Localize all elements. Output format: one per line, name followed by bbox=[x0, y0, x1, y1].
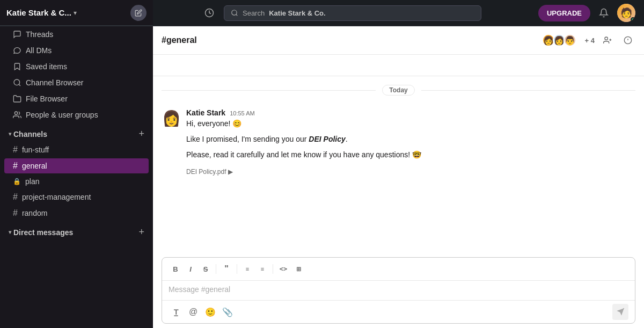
hash-icon: # bbox=[13, 145, 18, 155]
bell-button[interactable] bbox=[596, 5, 612, 21]
message-line-3: Please, read it carefully and let me kno… bbox=[186, 149, 635, 161]
message-input-area: B I S " ≡ ≡ <> ⊞ Message #general T̲ @ 🙂… bbox=[162, 257, 635, 324]
message-header: Katie Stark 10:55 AM bbox=[186, 108, 635, 117]
sidebar-item-threads[interactable]: Threads bbox=[4, 27, 149, 42]
topbar-center: Search Katie Stark & Co. bbox=[153, 5, 530, 21]
bold-button[interactable]: B bbox=[169, 262, 182, 276]
add-member-button[interactable] bbox=[600, 33, 615, 48]
message-avatar: 👩 bbox=[162, 108, 181, 128]
chevron-down-icon[interactable]: ▾ bbox=[74, 9, 77, 17]
all-dms-icon bbox=[13, 46, 21, 55]
search-icon bbox=[231, 9, 238, 17]
messages-area: Today 👩 Katie Stark 10:55 AM Hi, everyon… bbox=[153, 55, 644, 253]
add-channel-button[interactable]: + bbox=[138, 128, 144, 140]
toolbar-divider bbox=[216, 264, 216, 274]
divider-line bbox=[162, 90, 376, 91]
upgrade-button[interactable]: UPGRADE bbox=[538, 5, 590, 21]
file-reference[interactable]: DEI Policy.pdf ▶ bbox=[186, 167, 233, 177]
search-bar[interactable]: Search Katie Stark & Co. bbox=[224, 5, 481, 21]
chat-header-right: 👩 👩 👨 + 4 bbox=[544, 33, 635, 48]
edit-button[interactable] bbox=[130, 5, 147, 21]
channel-item-project-management[interactable]: # project-management bbox=[4, 189, 149, 205]
message-content: Katie Stark 10:55 AM Hi, everyone! 😊 Lik… bbox=[186, 108, 635, 177]
italic-button[interactable]: I bbox=[184, 262, 197, 276]
format-toolbar: B I S " ≡ ≡ <> ⊞ bbox=[162, 258, 635, 281]
divider-line bbox=[421, 90, 635, 91]
channel-name: plan bbox=[25, 177, 39, 186]
text-style-button[interactable]: T̲ bbox=[169, 304, 184, 319]
threads-label: Threads bbox=[26, 30, 53, 39]
sidebar-item-file-browser[interactable]: File Browser bbox=[4, 91, 149, 106]
mention-button[interactable]: @ bbox=[186, 304, 201, 319]
send-button[interactable] bbox=[612, 304, 628, 320]
code-button[interactable]: <> bbox=[276, 262, 290, 276]
lock-icon: 🔒 bbox=[13, 178, 21, 185]
input-placeholder: Message #general bbox=[169, 285, 230, 294]
dm-section-header[interactable]: ▾ Direct messages + bbox=[0, 221, 153, 240]
channels-section-label: Channels bbox=[13, 130, 47, 139]
all-dms-label: All DMs bbox=[26, 46, 52, 55]
member-avatars[interactable]: 👩 👩 👨 bbox=[544, 34, 576, 47]
search-workspace: Katie Stark & Co. bbox=[269, 9, 325, 17]
channel-item-fun-stuff[interactable]: # fun-stuff bbox=[4, 142, 149, 157]
search-text: Search bbox=[243, 9, 265, 17]
sidebar-item-people[interactable]: People & user groups bbox=[4, 107, 149, 122]
threads-icon bbox=[13, 30, 21, 39]
strikethrough-button[interactable]: S bbox=[199, 262, 213, 276]
toolbar-divider bbox=[237, 264, 237, 274]
emoji-button[interactable]: 🙂 bbox=[203, 304, 218, 319]
date-divider: Today bbox=[162, 85, 635, 96]
code-block-button[interactable]: ⊞ bbox=[291, 262, 305, 276]
message-input[interactable]: Message #general bbox=[162, 281, 635, 300]
channel-item-random[interactable]: # random bbox=[4, 206, 149, 221]
svg-point-3 bbox=[14, 79, 20, 85]
date-divider-text: Today bbox=[382, 85, 414, 96]
channel-name: fun-stuff bbox=[22, 145, 49, 154]
message-wrapper: 👩 Katie Stark 10:55 AM Hi, everyone! 😊 L… bbox=[153, 104, 644, 181]
collapse-arrow-icon: ▾ bbox=[9, 229, 11, 235]
channel-title: #general bbox=[162, 35, 197, 45]
online-indicator bbox=[631, 17, 635, 22]
channel-item-plan[interactable]: 🔒 plan bbox=[4, 174, 149, 188]
sidebar-item-channel-browser[interactable]: Channel Browser bbox=[4, 75, 149, 90]
send-icon bbox=[616, 308, 625, 316]
dei-policy-bold: DEI Policy bbox=[309, 135, 345, 143]
channel-browser-label: Channel Browser bbox=[26, 78, 83, 87]
svg-point-1 bbox=[232, 10, 237, 15]
file-play-icon: ▶ bbox=[228, 167, 233, 177]
message-line-2: Like I promised, I'm sending you our DEI… bbox=[186, 134, 635, 145]
info-button[interactable] bbox=[620, 33, 635, 48]
channel-item-general[interactable]: # general bbox=[4, 158, 149, 173]
main-layout: Threads All DMs Saved items Channel Brow… bbox=[0, 26, 644, 328]
workspace-name[interactable]: Katie Stark & C... bbox=[6, 8, 71, 17]
channel-name: random bbox=[22, 209, 47, 217]
ordered-list-button[interactable]: ≡ bbox=[240, 262, 254, 276]
info-icon bbox=[624, 36, 632, 45]
input-bottom-toolbar: T̲ @ 🙂 📎 bbox=[162, 300, 635, 323]
people-icon bbox=[13, 111, 21, 119]
svg-line-2 bbox=[236, 14, 238, 16]
message-line-1: Hi, everyone! 😊 bbox=[186, 118, 635, 129]
dm-section-label: Direct messages bbox=[13, 228, 73, 237]
channels-section-header[interactable]: ▾ Channels + bbox=[0, 123, 153, 142]
svg-point-5 bbox=[14, 112, 17, 114]
people-label: People & user groups bbox=[26, 111, 98, 119]
toolbar-divider bbox=[273, 264, 273, 274]
sidebar-item-all-dms[interactable]: All DMs bbox=[4, 43, 149, 58]
member-avatar-3: 👨 bbox=[564, 34, 576, 47]
saved-icon bbox=[13, 62, 21, 71]
pencil-icon bbox=[135, 9, 142, 17]
file-browser-icon bbox=[13, 94, 21, 103]
hash-icon: # bbox=[13, 208, 18, 218]
member-count[interactable]: + 4 bbox=[585, 37, 595, 45]
hash-icon: # bbox=[13, 192, 18, 202]
sidebar-item-saved[interactable]: Saved items bbox=[4, 59, 149, 74]
add-dm-button[interactable]: + bbox=[138, 227, 144, 238]
unordered-list-button[interactable]: ≡ bbox=[255, 262, 269, 276]
channel-name: project-management bbox=[22, 193, 91, 201]
user-avatar[interactable]: 🧑 bbox=[617, 4, 635, 22]
quote-button[interactable]: " bbox=[219, 262, 233, 276]
history-button[interactable] bbox=[201, 5, 217, 21]
attach-button[interactable]: 📎 bbox=[220, 304, 235, 319]
message-text: Hi, everyone! 😊 Like I promised, I'm sen… bbox=[186, 118, 635, 177]
